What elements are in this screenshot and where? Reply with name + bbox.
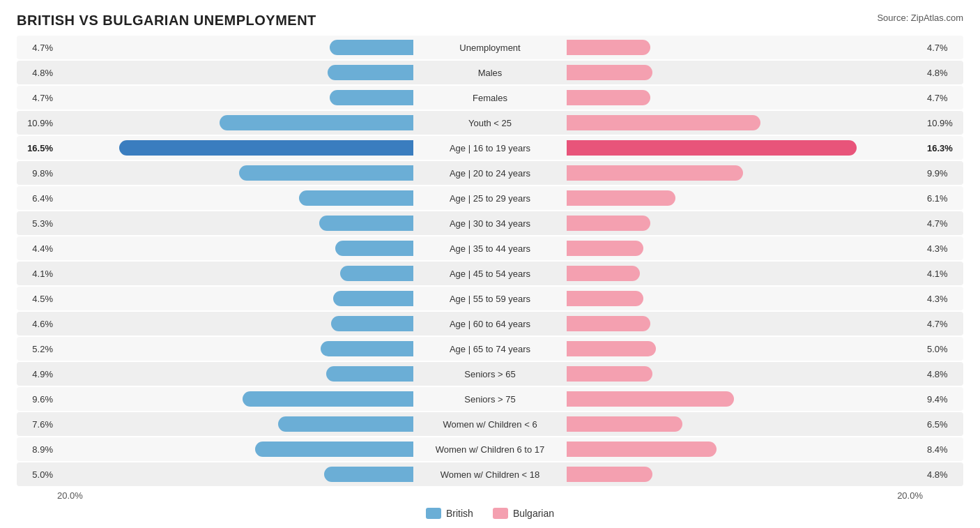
bar-label: Age | 30 to 34 years — [413, 218, 567, 229]
right-value: 4.8% — [923, 369, 963, 379]
bar-row: 4.7% Females 4.7% — [17, 86, 963, 110]
left-bar-wrap — [57, 90, 413, 105]
right-bar — [567, 241, 643, 256]
british-swatch — [426, 508, 441, 519]
left-value: 4.6% — [17, 319, 57, 329]
bar-row: 5.3% Age | 30 to 34 years 4.7% — [17, 211, 963, 235]
right-bar — [567, 90, 650, 105]
bar-label: Males — [413, 68, 567, 78]
right-value: 4.7% — [923, 43, 963, 53]
right-bar — [567, 115, 760, 130]
bar-label: Age | 20 to 24 years — [413, 168, 567, 179]
left-bar-wrap — [57, 65, 413, 80]
left-value: 9.8% — [17, 168, 57, 179]
right-bar-wrap — [567, 391, 923, 407]
british-label: British — [446, 508, 473, 519]
bar-row: 4.9% Seniors > 65 4.8% — [17, 362, 963, 386]
left-bar — [239, 165, 413, 181]
left-bar — [330, 40, 413, 55]
right-bar — [567, 291, 643, 306]
left-bar — [278, 416, 413, 432]
left-bar-wrap — [57, 442, 413, 457]
right-value: 10.9% — [923, 118, 963, 128]
left-value: 9.6% — [17, 394, 57, 405]
right-bar-wrap — [567, 90, 923, 105]
left-bar-wrap — [57, 391, 413, 407]
right-value: 9.4% — [923, 394, 963, 405]
left-bar — [340, 266, 413, 281]
bulgarian-label: Bulgarian — [513, 508, 554, 519]
left-bar-wrap — [57, 416, 413, 432]
left-value: 5.2% — [17, 344, 57, 354]
bar-label: Age | 35 to 44 years — [413, 243, 567, 254]
right-bar — [567, 366, 652, 382]
right-bar — [567, 140, 857, 156]
left-value: 10.9% — [17, 118, 57, 128]
left-bar — [319, 216, 413, 231]
left-bar — [220, 115, 413, 130]
bar-label: Unemployment — [413, 43, 567, 53]
right-bar-wrap — [567, 65, 923, 80]
right-value: 4.7% — [923, 93, 963, 103]
bar-row: 4.7% Unemployment 4.7% — [17, 36, 963, 59]
bar-row: 5.2% Age | 65 to 74 years 5.0% — [17, 337, 963, 361]
right-bar-wrap — [567, 467, 923, 482]
right-bar-wrap — [567, 40, 923, 55]
bar-row: 7.6% Women w/ Children < 6 6.5% — [17, 412, 963, 436]
chart-source: Source: ZipAtlas.com — [877, 13, 963, 23]
bar-label: Women w/ Children < 6 — [413, 419, 567, 430]
left-bar-wrap — [57, 216, 413, 231]
left-value: 7.6% — [17, 419, 57, 430]
bar-row: 9.6% Seniors > 75 9.4% — [17, 387, 963, 411]
right-value: 4.3% — [923, 243, 963, 254]
left-bar — [321, 341, 413, 356]
left-value: 4.1% — [17, 269, 57, 279]
left-value: 4.5% — [17, 294, 57, 304]
bar-row: 4.4% Age | 35 to 44 years 4.3% — [17, 236, 963, 260]
right-bar-wrap — [567, 291, 923, 306]
right-bar — [567, 266, 640, 281]
left-bar-wrap — [57, 165, 413, 181]
left-value: 4.7% — [17, 93, 57, 103]
left-bar-wrap — [57, 190, 413, 206]
bar-row: 9.8% Age | 20 to 24 years 9.9% — [17, 161, 963, 185]
left-bar-wrap — [57, 241, 413, 256]
bar-label: Women w/ Children < 18 — [413, 469, 567, 480]
left-value: 8.9% — [17, 444, 57, 455]
bar-row: 4.8% Males 4.8% — [17, 61, 963, 84]
right-value: 4.7% — [923, 218, 963, 229]
left-bar-wrap — [57, 291, 413, 306]
right-bar — [567, 316, 650, 331]
left-value: 4.4% — [17, 243, 57, 254]
chart-title: BRITISH VS BULGARIAN UNEMPLOYMENT — [17, 13, 316, 29]
left-bar — [331, 316, 413, 331]
bar-label: Age | 65 to 74 years — [413, 344, 567, 354]
left-bar — [326, 366, 413, 382]
left-bar — [333, 291, 413, 306]
left-bar — [255, 442, 413, 457]
legend-british: British — [426, 508, 473, 519]
left-bar-wrap — [57, 40, 413, 55]
left-bar-wrap — [57, 341, 413, 356]
bar-label: Age | 45 to 54 years — [413, 269, 567, 279]
right-bar — [567, 40, 650, 55]
legend-bulgarian: Bulgarian — [493, 508, 554, 519]
bar-label: Age | 16 to 19 years — [413, 143, 567, 153]
left-value: 6.4% — [17, 193, 57, 204]
chart-container: BRITISH VS BULGARIAN UNEMPLOYMENT Source… — [0, 0, 980, 528]
right-bar — [567, 391, 734, 407]
right-bar-wrap — [567, 165, 923, 181]
right-value: 6.1% — [923, 193, 963, 204]
right-bar — [567, 416, 682, 432]
right-value: 4.8% — [923, 469, 963, 480]
axis-left: 20.0% — [57, 490, 83, 501]
right-value: 4.3% — [923, 294, 963, 304]
left-bar-wrap — [57, 115, 413, 130]
left-bar — [299, 190, 413, 206]
bar-row: 4.5% Age | 55 to 59 years 4.3% — [17, 287, 963, 310]
bar-label: Seniors > 75 — [413, 394, 567, 405]
bar-row: 4.1% Age | 45 to 54 years 4.1% — [17, 262, 963, 285]
axis-row: 20.0% 20.0% — [17, 490, 963, 501]
left-value: 4.7% — [17, 43, 57, 53]
right-value: 9.9% — [923, 168, 963, 179]
